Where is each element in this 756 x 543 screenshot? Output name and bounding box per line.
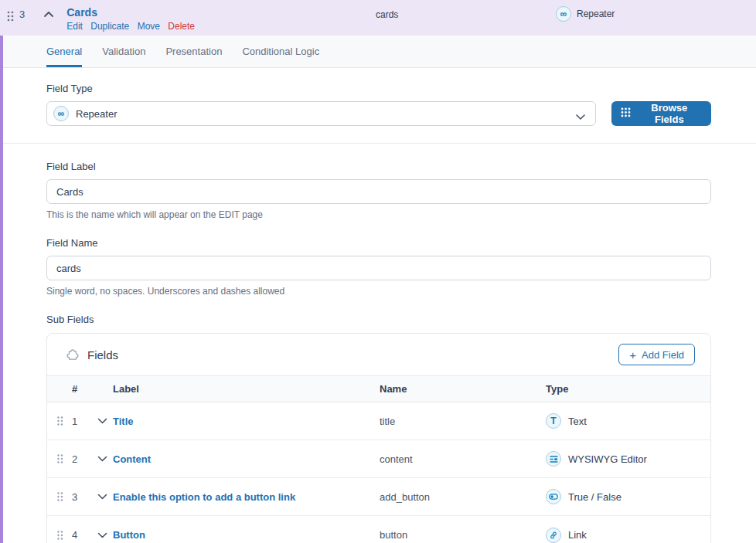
field-type-select[interactable]: ∞ Repeater — [46, 101, 596, 126]
sub-field-type: True / False — [568, 491, 621, 503]
link-icon — [546, 528, 561, 543]
field-label-input[interactable] — [46, 179, 711, 204]
open-field-accent-stripe — [0, 36, 3, 543]
field-name-label: Field Name — [46, 237, 711, 249]
field-type-label: Field Type — [46, 83, 711, 94]
drag-handle-icon[interactable] — [56, 416, 72, 426]
tab-validation[interactable]: Validation — [102, 36, 145, 67]
chevron-down-icon[interactable] — [97, 494, 113, 500]
drag-handle-icon[interactable] — [56, 453, 72, 464]
drag-handle-icon[interactable] — [6, 10, 14, 22]
table-row: 4 Button button Link — [47, 516, 710, 543]
panel-title: Fields — [87, 348, 118, 361]
field-type-text: Repeater — [577, 8, 615, 19]
puzzle-icon — [66, 346, 80, 363]
row-number: 3 — [72, 491, 93, 503]
acf-field-editor: 3 Cards Edit Duplicate Move Delete cards… — [0, 0, 756, 543]
sub-fields-label: Sub Fields — [46, 314, 711, 325]
chevron-down-icon[interactable] — [97, 418, 113, 424]
field-name-input[interactable] — [46, 256, 711, 280]
chevron-down-icon[interactable] — [97, 456, 113, 462]
repeater-infinity-icon: ∞ — [556, 6, 571, 22]
row-number: 4 — [72, 529, 93, 541]
table-row: 1 Title title T Text — [47, 402, 710, 440]
sub-field-label-link[interactable]: Title — [113, 416, 380, 427]
chevron-down-icon[interactable] — [97, 532, 113, 538]
field-label-group: Field Label This is the name which will … — [46, 161, 711, 220]
settings-tabbar: General Validation Presentation Conditio… — [0, 36, 756, 68]
sub-field-name: button — [380, 529, 546, 541]
field-row-actions: Edit Duplicate Move Delete — [66, 21, 195, 32]
sub-field-name: title — [380, 416, 546, 427]
field-label-label: Field Label — [46, 161, 711, 172]
row-number: 2 — [72, 453, 93, 465]
table-row: 2 Content content WYSIWYG Editor — [47, 440, 710, 478]
field-name-hint: Single word, no spaces. Underscores and … — [46, 286, 711, 297]
general-settings: Field Label This is the name which will … — [0, 161, 756, 543]
field-type-section: Field Type ∞ Repeater Browse Fields — [0, 68, 756, 144]
field-row-header: 3 Cards Edit Duplicate Move Delete cards… — [0, 0, 756, 36]
chevron-down-icon — [575, 110, 586, 124]
field-order-number: 3 — [19, 8, 25, 20]
sub-field-label-link[interactable]: Content — [113, 453, 380, 465]
tab-general[interactable]: General — [46, 36, 82, 67]
chevron-up-icon[interactable] — [43, 11, 54, 18]
add-field-button[interactable]: + Add Field — [618, 344, 695, 365]
sub-field-type: Text — [568, 416, 587, 427]
repeater-infinity-icon: ∞ — [53, 106, 69, 121]
browse-fields-button[interactable]: Browse Fields — [611, 101, 711, 126]
edit-link[interactable]: Edit — [66, 21, 83, 32]
text-icon: T — [546, 413, 561, 429]
field-type-indicator: ∞ Repeater — [556, 6, 615, 22]
sub-field-type: WYSIWYG Editor — [568, 453, 647, 465]
col-number: # — [72, 383, 93, 395]
duplicate-link[interactable]: Duplicate — [90, 21, 129, 32]
plus-icon: + — [629, 349, 636, 361]
row-number: 1 — [72, 416, 93, 427]
sub-field-type: Link — [568, 529, 587, 541]
field-title-link[interactable]: Cards — [66, 6, 195, 19]
grid-dots-icon — [621, 107, 631, 120]
col-label: Label — [113, 383, 380, 395]
tab-presentation[interactable]: Presentation — [165, 36, 222, 67]
sub-field-name: add_button — [380, 491, 546, 503]
sub-field-label-link[interactable]: Enable this option to add a button link — [113, 491, 380, 503]
sub-field-label-link[interactable]: Button — [113, 529, 380, 541]
sub-fields-panel-header: Fields + Add Field — [47, 334, 710, 375]
field-type-selected-value: Repeater — [76, 108, 117, 120]
sub-field-name: content — [380, 453, 546, 465]
drag-handle-icon[interactable] — [56, 530, 72, 541]
toggle-icon — [546, 489, 561, 504]
tab-conditional-logic[interactable]: Conditional Logic — [242, 36, 319, 67]
table-row: 3 Enable this option to add a button lin… — [47, 478, 710, 516]
sub-fields-table-header: # Label Name Type — [47, 375, 710, 402]
col-name: Name — [380, 383, 546, 395]
field-name-group: Field Name Single word, no spaces. Under… — [46, 237, 711, 297]
sub-fields-panel: Fields + Add Field # Label Name Type — [46, 333, 711, 543]
sub-fields-group: Sub Fields Fields + Add Field — [46, 314, 711, 543]
col-type: Type — [546, 383, 710, 395]
wysiwyg-icon — [546, 451, 561, 467]
move-link[interactable]: Move — [138, 21, 160, 32]
drag-handle-icon[interactable] — [56, 491, 72, 502]
delete-link[interactable]: Delete — [168, 21, 195, 32]
field-name-text: cards — [376, 9, 398, 20]
field-label-hint: This is the name which will appear on th… — [46, 209, 711, 220]
